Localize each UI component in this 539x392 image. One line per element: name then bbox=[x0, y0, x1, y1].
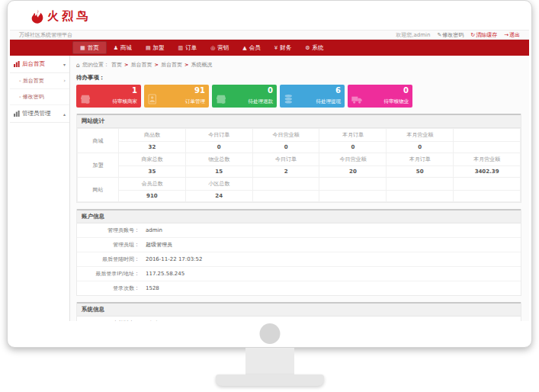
edit-icon: ✎ bbox=[437, 32, 441, 38]
franchise-icon: ▤ bbox=[146, 45, 151, 51]
tagline: 万维社区系统管理平台 bbox=[19, 31, 72, 39]
refresh-icon: ↻ bbox=[470, 32, 475, 38]
list-item: 管理员组：超级管理员 bbox=[77, 238, 521, 252]
logo: 火烈鸟 bbox=[31, 8, 91, 25]
monitor-frame: 火烈鸟 万维社区系统管理平台 欢迎您,admin ✎修改密码 ↻清除缓存 →退出… bbox=[7, 0, 532, 348]
monitor-camera bbox=[259, 323, 280, 344]
list-item: 最后登录IP/地址：117.25.58.245 bbox=[77, 267, 521, 281]
breadcrumb-item[interactable]: 系统概况 bbox=[191, 61, 212, 69]
list-item: 当前版本：v2.0.5 bbox=[77, 316, 521, 321]
list-item: 最后登陆时间：2016-11-22 17:03:52 bbox=[77, 252, 521, 267]
table-row: 商城 商品数 今日订单 今日营业额 本月订单 本月营业额 bbox=[78, 129, 521, 142]
main-panel: ⌂ 您的位置： 首页 > 后台首页 > 后台首页 > 系统概况 待办事项： bbox=[70, 56, 529, 321]
sidebar-item-dashboard-home[interactable]: - 后台首页 › bbox=[10, 73, 69, 89]
chevron-down-icon: ▾ bbox=[63, 62, 66, 67]
content: 后台首页 ▾ - 后台首页 › - 修改密码 管理员管理 ▴ bbox=[10, 56, 529, 321]
app-header: 火烈鸟 bbox=[10, 3, 529, 30]
finance-icon: ¥ bbox=[274, 45, 278, 51]
page: 火烈鸟 万维社区系统管理平台 欢迎您,admin ✎修改密码 ↻清除缓存 →退出… bbox=[0, 0, 539, 392]
monitor-stand-base bbox=[216, 374, 324, 386]
card-pending-merchants[interactable]: 1 待审核商家 bbox=[76, 85, 141, 108]
mall-icon: ♟ bbox=[114, 45, 118, 51]
order-person-icon bbox=[147, 93, 159, 105]
breadcrumb-item[interactable]: 后台首页 bbox=[161, 61, 182, 69]
table-row: 32 0 0 0 0 bbox=[78, 142, 521, 153]
stats-table: 商城 商品数 今日订单 今日营业额 本月订单 本月营业额 32 bbox=[77, 128, 521, 202]
coins-icon bbox=[283, 93, 295, 105]
store-icon bbox=[79, 93, 91, 105]
nav-item-marketing[interactable]: ◎营销 bbox=[204, 40, 236, 56]
breadcrumb: ⌂ 您的位置： 首页 > 后台首页 > 后台首页 > 系统概况 bbox=[76, 61, 521, 69]
logo-text: 火烈鸟 bbox=[47, 9, 91, 24]
sidebar: 后台首页 ▾ - 后台首页 › - 修改密码 管理员管理 ▴ bbox=[10, 56, 70, 321]
card-pending-refunds[interactable]: 0 待处理退款 bbox=[212, 85, 277, 108]
sidebar-item-change-password[interactable]: - 修改密码 bbox=[10, 89, 69, 105]
nav-item-mall[interactable]: ♟商城 bbox=[107, 40, 139, 56]
table-row: 35 15 2 20 50 3402.39 bbox=[78, 166, 521, 178]
nav-item-system[interactable]: ⚙系统 bbox=[298, 40, 330, 56]
members-icon: ▲ bbox=[242, 45, 246, 51]
bar-chart-icon bbox=[14, 111, 20, 117]
list-item: 管理员账号：admin bbox=[77, 223, 521, 238]
orders-icon: ▥ bbox=[178, 45, 184, 51]
nav-item-franchise[interactable]: ▤加盟 bbox=[139, 40, 172, 56]
card-pending-withdrawals[interactable]: 6 待处理提现 bbox=[280, 85, 345, 108]
section-title: 网站统计 bbox=[77, 114, 521, 128]
nav-item-home[interactable]: ▦首页 bbox=[72, 41, 107, 54]
logout-icon: → bbox=[504, 32, 509, 38]
home-icon: ⌂ bbox=[76, 62, 80, 69]
truck-icon bbox=[351, 93, 363, 105]
main-nav: ▦首页 ♟商城 ▤加盟 ▥订单 ◎营销 ▲会员 ¥财务 ⚙系统 bbox=[10, 40, 529, 56]
marketing-icon: ◎ bbox=[210, 45, 215, 51]
table-row: 910 24 bbox=[78, 191, 521, 202]
monitor-stand-neck bbox=[245, 348, 294, 375]
table-row: 加盟 商家总数 物业总数 今日订单 今日营业额 本月订单 本月营业额 bbox=[78, 153, 521, 166]
nav-item-members[interactable]: ▲会员 bbox=[236, 40, 267, 56]
breadcrumb-separator: > bbox=[124, 62, 128, 68]
breadcrumb-item[interactable]: 首页 bbox=[111, 61, 122, 69]
section-site-stats: 网站统计 商城 商品数 今日订单 今日营业额 本月订单 本月营业 bbox=[76, 114, 521, 203]
system-icon: ⚙ bbox=[305, 45, 310, 51]
section-title: 账户信息 bbox=[77, 209, 521, 223]
todo-title: 待办事项： bbox=[76, 74, 521, 82]
arrow-right-icon: › bbox=[63, 78, 66, 84]
section-system-info: 系统信息 当前版本：v2.0.5 bbox=[76, 302, 521, 321]
sidebar-group-admin-management[interactable]: 管理员管理 ▴ bbox=[10, 105, 69, 123]
change-password-link[interactable]: ✎修改密码 bbox=[437, 31, 464, 39]
clear-cache-link[interactable]: ↻清除缓存 bbox=[470, 31, 497, 39]
list-item: 登录次数：1528 bbox=[77, 281, 521, 295]
breadcrumb-separator: > bbox=[155, 62, 159, 68]
breadcrumb-item[interactable]: 后台首页 bbox=[131, 61, 152, 69]
table-row: 网站 会员总数 小区总数 bbox=[78, 178, 521, 191]
welcome-text: 欢迎您,admin bbox=[396, 31, 430, 39]
bar-chart-icon bbox=[14, 61, 20, 67]
breadcrumb-separator: > bbox=[184, 62, 188, 68]
section-title: 系统信息 bbox=[77, 302, 521, 316]
home-icon: ▦ bbox=[80, 45, 85, 51]
card-order-management[interactable]: 91 订单管理 bbox=[144, 85, 209, 108]
todo-cards: 1 待审核商家 91 订单管理 0 待处理退款 bbox=[76, 85, 521, 108]
version-value: v2.0.5 bbox=[146, 317, 165, 321]
breadcrumb-prefix: 您的位置： bbox=[82, 61, 109, 69]
chevron-up-icon: ▴ bbox=[63, 111, 66, 117]
card-pending-property[interactable]: 0 待审核物业 bbox=[348, 85, 412, 108]
refund-store-icon bbox=[215, 93, 227, 105]
nav-item-orders[interactable]: ▥订单 bbox=[172, 40, 204, 56]
sidebar-group-dashboard[interactable]: 后台首页 ▾ bbox=[10, 56, 69, 73]
screen: 火烈鸟 万维社区系统管理平台 欢迎您,admin ✎修改密码 ↻清除缓存 →退出… bbox=[10, 3, 529, 321]
section-account-info: 账户信息 管理员账号：admin 管理员组：超级管理员 最后登陆时间：2016-… bbox=[76, 209, 521, 296]
user-bar: 万维社区系统管理平台 欢迎您,admin ✎修改密码 ↻清除缓存 →退出 bbox=[10, 30, 529, 40]
flame-icon bbox=[31, 8, 43, 25]
nav-item-finance[interactable]: ¥财务 bbox=[268, 40, 298, 56]
logout-link[interactable]: →退出 bbox=[504, 31, 520, 39]
